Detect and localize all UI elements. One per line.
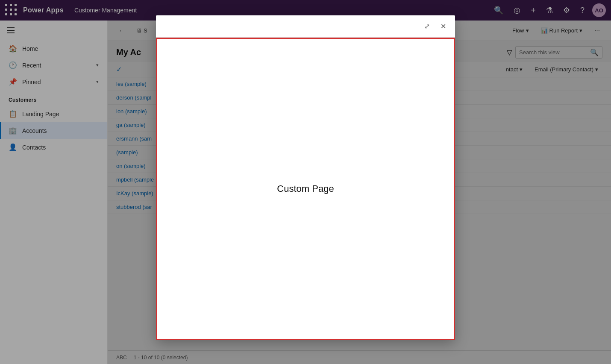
- modal-dialog: ⤢ ✕ Custom Page: [156, 15, 455, 340]
- modal-overlay[interactable]: ⤢ ✕ Custom Page: [0, 0, 611, 364]
- expand-button[interactable]: ⤢: [420, 20, 434, 33]
- modal-header: ⤢ ✕: [156, 15, 455, 38]
- expand-icon: ⤢: [424, 22, 430, 30]
- custom-page-text: Custom Page: [277, 183, 334, 194]
- modal-content: Custom Page: [156, 38, 455, 340]
- close-icon: ✕: [441, 22, 446, 30]
- close-button[interactable]: ✕: [436, 20, 450, 33]
